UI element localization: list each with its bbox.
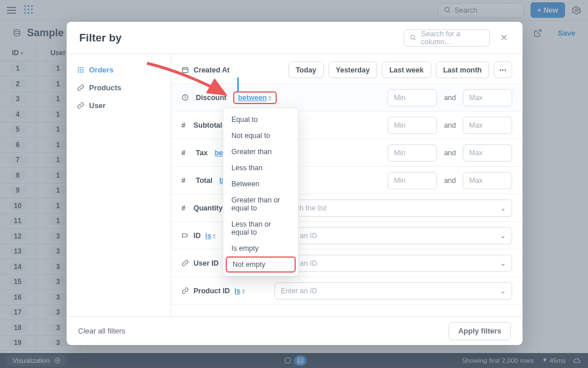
operator-option-not-empty[interactable]: Not empty	[226, 256, 296, 273]
svg-rect-15	[78, 69, 79, 70]
apply-filters-button[interactable]: Apply filters	[448, 322, 511, 340]
sidebar-item-products[interactable]: Products	[67, 79, 171, 97]
tag-icon	[181, 232, 189, 239]
min-input[interactable]: Min	[388, 117, 437, 134]
filter-row-discount: Discount between▾ Min and Max	[171, 84, 523, 112]
quick-more-icon[interactable]: ⋯	[494, 62, 512, 78]
filter-row-product-id: Product ID is▾ Enter an ID⌄	[171, 277, 523, 305]
filter-label: Created At	[194, 66, 230, 74]
svg-rect-12	[78, 67, 79, 68]
sidebar-item-label: User	[89, 101, 106, 110]
filter-label: User ID	[194, 259, 219, 267]
svg-rect-20	[82, 71, 83, 72]
info-icon	[181, 94, 189, 101]
hash-icon: #	[181, 121, 189, 129]
svg-rect-16	[80, 69, 81, 70]
operator-option-between[interactable]: Between	[223, 176, 298, 192]
column-search-input[interactable]: Search for a column…	[404, 29, 490, 47]
operator-select-id[interactable]: is▾	[206, 232, 215, 240]
max-input[interactable]: Max	[463, 89, 512, 106]
hash-icon: #	[181, 149, 189, 156]
svg-rect-21	[183, 68, 188, 73]
svg-rect-13	[80, 67, 81, 68]
min-input[interactable]: Min	[388, 89, 437, 106]
operator-select-discount[interactable]: between▾	[233, 91, 276, 104]
quick-last-week[interactable]: Last week	[382, 62, 431, 78]
link-icon	[181, 287, 189, 294]
id-input[interactable]: Enter an ID⌄	[274, 227, 512, 244]
svg-rect-14	[82, 67, 83, 68]
svg-rect-18	[78, 71, 79, 72]
link-icon	[181, 259, 189, 267]
filter-label: Subtotal	[194, 121, 222, 129]
filter-label: ID	[194, 232, 201, 240]
quick-last-month[interactable]: Last month	[436, 62, 489, 78]
clear-filters-button[interactable]: Clear all filters	[78, 327, 125, 335]
quick-today[interactable]: Today	[288, 62, 324, 78]
user-id-input[interactable]: Enter an ID⌄	[274, 255, 512, 272]
min-input[interactable]: Min	[388, 144, 437, 162]
svg-rect-19	[80, 71, 81, 72]
svg-point-10	[411, 35, 415, 39]
selection-indicator	[237, 77, 239, 92]
modal-title: Filter by	[79, 32, 122, 44]
max-input[interactable]: Max	[463, 117, 512, 134]
filter-label: Quantity	[194, 204, 223, 212]
filter-label: Tax	[196, 149, 208, 157]
sidebar-item-orders[interactable]: Orders	[67, 61, 171, 79]
operator-dropdown: Equal toNot equal toGreater thanLess tha…	[223, 108, 299, 277]
filter-label: Total	[196, 177, 212, 185]
sidebar-item-label: Products	[89, 83, 121, 92]
min-input[interactable]: Min	[388, 172, 437, 189]
calendar-icon	[181, 66, 189, 74]
svg-point-27	[185, 96, 185, 97]
operator-option-greater-than-or-equal-to[interactable]: Greater than or equal to	[223, 192, 298, 216]
operator-option-less-than-or-equal-to[interactable]: Less than or equal to	[223, 216, 298, 240]
sidebar-item-user[interactable]: User	[67, 97, 171, 114]
hash-icon: #	[181, 177, 189, 184]
quick-yesterday[interactable]: Yesterday	[328, 62, 377, 78]
quantity-list-input[interactable]: Search the list⌄	[274, 200, 512, 217]
svg-line-11	[414, 39, 415, 40]
operator-option-less-than[interactable]: Less than	[223, 160, 298, 176]
filter-label: Product ID	[194, 287, 230, 295]
search-icon	[410, 34, 416, 41]
operator-option-equal-to[interactable]: Equal to	[223, 112, 298, 128]
sidebar-item-label: Orders	[89, 66, 114, 74]
operator-select-product-id[interactable]: is▾	[234, 287, 244, 295]
max-input[interactable]: Max	[463, 144, 512, 162]
svg-rect-17	[82, 69, 83, 70]
operator-option-is-empty[interactable]: Is empty	[223, 240, 298, 256]
modal-sidebar: OrdersProductsUser	[67, 54, 171, 316]
filter-label: Discount	[196, 94, 226, 102]
operator-option-greater-than[interactable]: Greater than	[223, 144, 298, 160]
product-id-input[interactable]: Enter an ID⌄	[274, 282, 512, 300]
hash-icon: #	[181, 204, 189, 212]
close-icon[interactable]: ✕	[498, 30, 510, 45]
filter-row-created-at: Created At TodayYesterdayLast weekLast m…	[171, 56, 523, 84]
max-input[interactable]: Max	[463, 172, 512, 189]
operator-option-not-equal-to[interactable]: Not equal to	[223, 128, 298, 144]
